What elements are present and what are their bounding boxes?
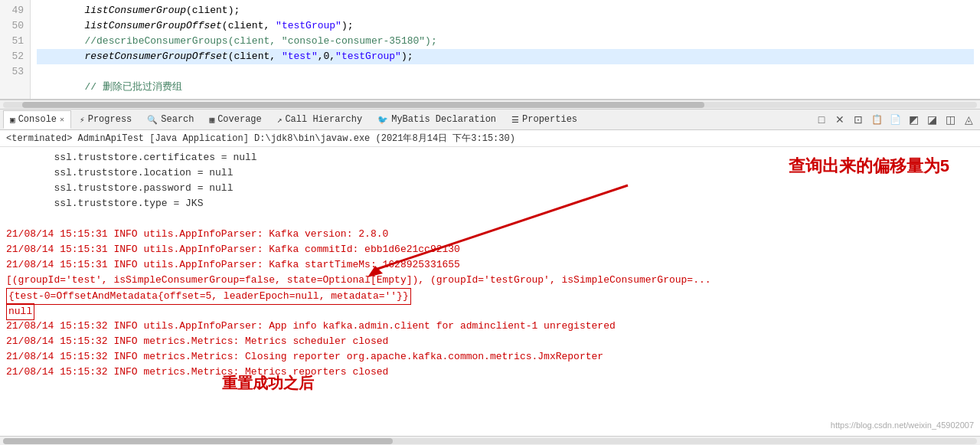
console-line-kafka1: 21/08/14 15:15:31 INFO utils.AppInfoPars…: [6, 227, 974, 242]
toolbar-split4[interactable]: ◬: [960, 111, 977, 128]
console-output: ssl.truststore.certificates = null ssl.t…: [0, 147, 980, 436]
code-line-51: //describeConsumerGroups(client, "consol…: [37, 34, 974, 49]
console-line-metrics1: 21/08/14 15:15:32 INFO metrics.Metrics: …: [6, 334, 974, 349]
console-line-4: ssl.truststore.type = JKS: [6, 196, 974, 211]
coverage-icon: ▦: [210, 115, 215, 125]
toolbar-split3[interactable]: ◫: [942, 111, 959, 128]
code-content: listConsumerGroup(client); listConsumerG…: [31, 0, 980, 99]
status-text: <terminated> AdminApiTest [Java Applicat…: [6, 132, 515, 145]
code-line-52: resetConsumerGroupOffset(client, "test",…: [37, 49, 974, 64]
bottom-scrollbar[interactable]: [0, 436, 980, 445]
toolbar-pin[interactable]: ⊡: [850, 111, 867, 128]
tab-properties-label: Properties: [522, 114, 577, 125]
console-line-blank: [6, 211, 974, 227]
console-line-metrics3: 21/08/14 15:15:32 INFO metrics.Metrics: …: [6, 365, 974, 380]
search-tab-icon: 🔍: [147, 115, 158, 125]
console-line-2: ssl.truststore.location = null: [6, 165, 974, 181]
tab-progress[interactable]: ⚡ Progress: [73, 110, 139, 129]
console-line-null: null: [6, 303, 974, 319]
watermark: https://blog.csdn.net/weixin_45902007: [831, 420, 974, 430]
console-line-3: ssl.truststore.password = null: [6, 181, 974, 196]
console-line-metrics2: 21/08/14 15:15:32 INFO metrics.Metrics: …: [6, 349, 974, 365]
tab-coverage-label: Coverage: [217, 114, 262, 125]
console-line-kafka3: 21/08/14 15:15:31 INFO utils.AppInfoPars…: [6, 257, 974, 273]
tab-search[interactable]: 🔍 Search: [140, 110, 201, 129]
tab-search-label: Search: [161, 114, 194, 125]
toolbar-paste[interactable]: 📄: [887, 111, 903, 128]
tab-toolbar: □ ✕ ⊡ 📋 📄 ◩ ◪ ◫ ◬: [813, 111, 977, 128]
properties-icon: ☰: [511, 115, 519, 125]
tab-mybatis-label: MyBatis Declaration: [391, 114, 496, 125]
code-line-comment: // 删除已批过消费组: [37, 80, 974, 95]
toolbar-split1[interactable]: ◩: [905, 111, 922, 128]
tab-call-hierarchy[interactable]: ↗ Call Hierarchy: [270, 110, 369, 129]
console-line-1: ssl.truststore.certificates = null: [6, 150, 974, 165]
code-line-53: [37, 64, 974, 80]
toolbar-copy[interactable]: 📋: [868, 111, 885, 128]
bottom-scroll-thumb[interactable]: [3, 438, 393, 444]
tab-console-label: Console: [18, 114, 57, 125]
offset-box: {test-0=OffsetAndMetadata{offset=5, lead…: [6, 288, 411, 305]
code-scrollbar[interactable]: [0, 100, 980, 109]
mybatis-icon: 🐦: [377, 115, 388, 125]
console-line-offset: {test-0=OffsetAndMetadata{offset=5, lead…: [6, 288, 974, 303]
status-line: <terminated> AdminApiTest [Java Applicat…: [0, 130, 980, 147]
tab-mybatis[interactable]: 🐦 MyBatis Declaration: [371, 110, 503, 129]
console-line-kafka2: 21/08/14 15:15:31 INFO utils.AppInfoPars…: [6, 242, 974, 257]
call-hierarchy-icon: ↗: [277, 115, 283, 125]
code-line-49: listConsumerGroup(client);: [37, 3, 974, 18]
toolbar-minimize[interactable]: □: [813, 111, 830, 128]
tab-call-hierarchy-label: Call Hierarchy: [285, 114, 362, 125]
tab-console-close[interactable]: ✕: [60, 115, 64, 124]
console-icon: ▣: [10, 115, 15, 125]
scroll-thumb[interactable]: [22, 102, 704, 108]
null-box: null: [6, 303, 34, 320]
code-line-50: listConsumerGroupOffset(client, "testGro…: [37, 18, 974, 34]
console-line-unreg: 21/08/14 15:15:32 INFO utils.AppInfoPars…: [6, 319, 974, 334]
toolbar-split2[interactable]: ◪: [923, 111, 940, 128]
tab-console[interactable]: ▣ Console ✕: [3, 110, 71, 129]
tab-properties[interactable]: ☰ Properties: [505, 110, 584, 129]
console-wrapper: ssl.truststore.certificates = null ssl.t…: [0, 147, 980, 436]
scroll-track[interactable]: [3, 102, 977, 108]
console-line-groups: [(groupId='test', isSimpleConsumerGroup=…: [6, 273, 974, 288]
tab-progress-label: Progress: [88, 114, 132, 125]
tab-coverage[interactable]: ▦ Coverage: [203, 110, 269, 129]
bottom-scroll-track[interactable]: [3, 438, 977, 444]
toolbar-close[interactable]: ✕: [831, 111, 848, 128]
progress-icon: ⚡: [80, 115, 85, 125]
code-editor: 49 50 51 52 53 listConsumerGroup(client)…: [0, 0, 980, 100]
line-numbers: 49 50 51 52 53: [0, 0, 31, 99]
tab-bar: ▣ Console ✕ ⚡ Progress 🔍 Search ▦ Covera…: [0, 109, 980, 130]
